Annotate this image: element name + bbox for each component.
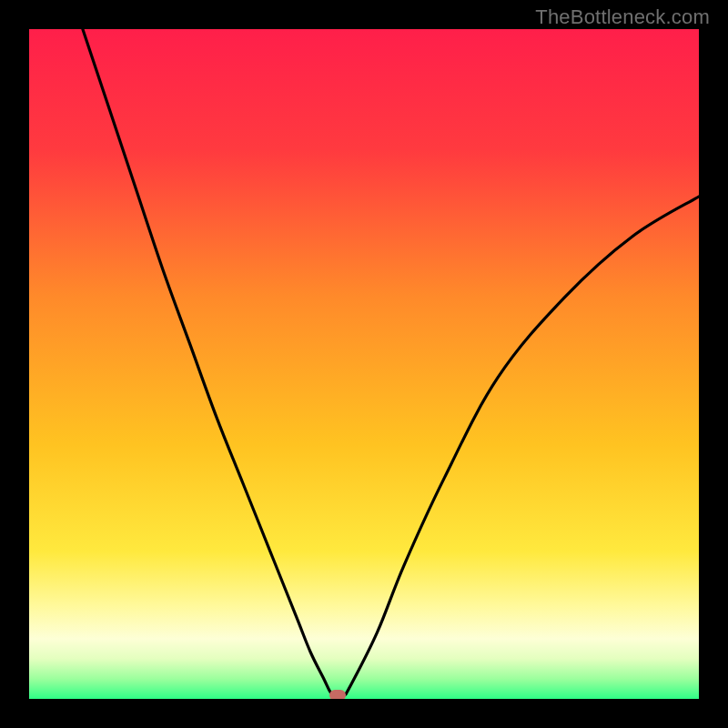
bottleneck-curve: [29, 29, 699, 699]
optimum-marker: [329, 690, 346, 699]
watermark-text: TheBottleneck.com: [535, 5, 710, 29]
plot-area: [29, 29, 699, 699]
chart-frame: TheBottleneck.com: [0, 0, 728, 728]
